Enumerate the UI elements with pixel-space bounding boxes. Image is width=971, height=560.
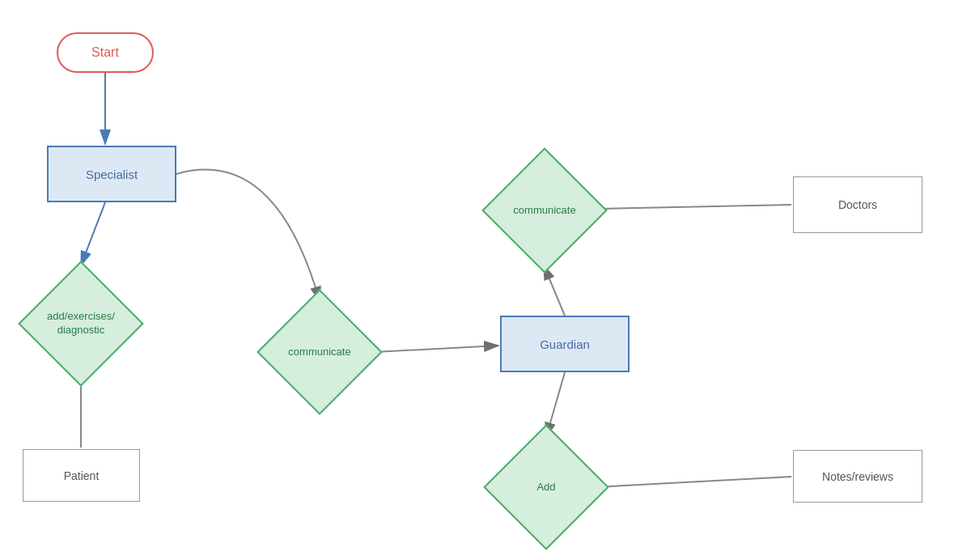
svg-line-6 — [544, 265, 565, 316]
notes-reviews-node: Notes/reviews — [793, 450, 922, 503]
communicate-left-wrapper: communicate — [267, 299, 372, 405]
guardian-label: Guardian — [540, 337, 590, 351]
doctors-label: Doctors — [838, 198, 877, 211]
notes-reviews-label: Notes/reviews — [822, 470, 893, 483]
flowchart-diagram: Start Specialist Guardian add/exercises/… — [0, 0, 971, 560]
specialist-label: Specialist — [86, 168, 138, 181]
svg-line-7 — [599, 205, 791, 209]
add-diamond-wrapper: Add — [498, 439, 595, 536]
patient-label: Patient — [64, 469, 100, 482]
guardian-node: Guardian — [500, 316, 630, 372]
doctors-node: Doctors — [793, 176, 922, 233]
add-exercises-diamond — [18, 261, 144, 387]
add-diamond — [483, 424, 609, 550]
specialist-node: Specialist — [47, 146, 176, 202]
communicate-left-diamond — [257, 289, 383, 415]
communicate-top-diamond — [481, 147, 608, 274]
add-exercises-wrapper: add/exercises/diagnostic — [24, 267, 138, 380]
svg-line-10 — [596, 477, 791, 487]
start-node: Start — [57, 32, 154, 73]
start-label: Start — [91, 45, 119, 60]
patient-node: Patient — [23, 449, 140, 502]
svg-line-4 — [81, 202, 105, 265]
communicate-top-wrapper: communicate — [492, 158, 597, 263]
svg-line-5 — [375, 346, 498, 352]
